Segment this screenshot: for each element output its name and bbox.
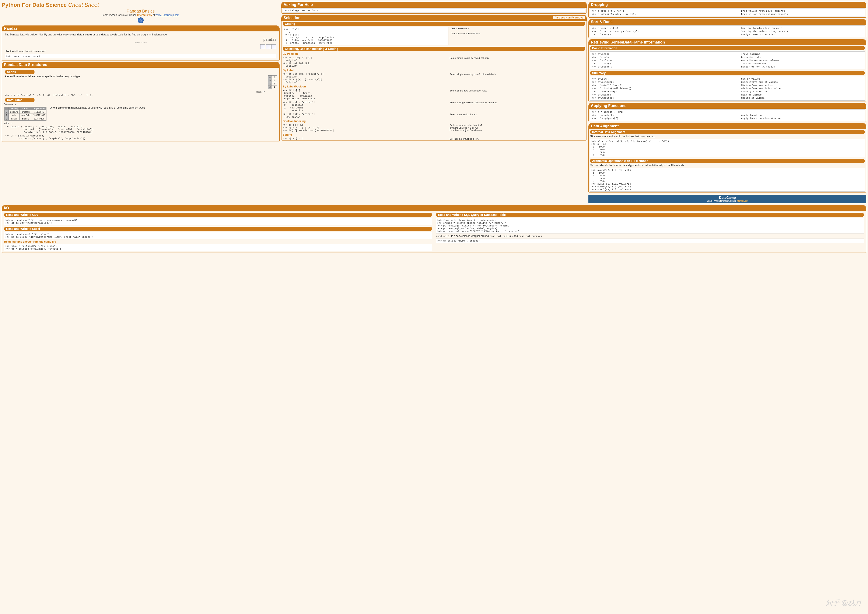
bypos-heading: By Position xyxy=(283,52,587,55)
df-data-code: >>> data = {'Country': ['Belgium', 'Indi… xyxy=(4,125,277,134)
dropping-section: Dropping >>> s.drop(['a', 'c'])Drop valu… xyxy=(588,2,866,18)
basic-info-table: >>> df.shape(rows,columns) >>> df.indexD… xyxy=(591,52,863,68)
numpy-aside: Also see NumPy Arrays xyxy=(553,16,585,19)
excel-multi-code: >>> xlsx = pd.ExcelFile('file.xls') >>> … xyxy=(4,244,432,251)
series-table: a3 b-5 c7 d4 xyxy=(268,75,277,89)
datacamp-logo-icon: ◎ xyxy=(138,17,144,23)
info-section: Retrieving Series/DataFrame Information … xyxy=(588,39,866,101)
dataframe-table: CountryCapitalPopulation 0BelgiumBrussel… xyxy=(5,107,46,121)
sparkline-icon xyxy=(260,44,276,49)
data-structures-section: Pandas Data Structures Series A one-dime… xyxy=(2,62,280,142)
apply-section: Applying Functions >>> f = lambda x: x*2… xyxy=(588,103,866,122)
csv-heading: Read and Write to CSV xyxy=(4,213,432,217)
align-heading: Data Alignment xyxy=(589,123,866,129)
arrow-right-icon: → xyxy=(10,121,13,125)
series-code: >>> s = pd.Series([3, -5, 7, 4], index=[… xyxy=(4,93,277,97)
getting-heading: Getting xyxy=(283,22,586,26)
excel-multi-heading: Read multiple sheets from the same file xyxy=(4,240,433,243)
ida-heading: Internal Data Alignment xyxy=(590,130,865,134)
pandas-heading: Pandas xyxy=(2,26,279,31)
datacamp-link[interactable]: www.DataCamp.com xyxy=(156,14,180,17)
arrow-down-icon: ↘ xyxy=(14,103,16,106)
fill-heading: Arithmetic Operations with Fill Methods xyxy=(590,159,865,163)
ida-code: >>> s3 = pd.Series([7, -2, 3], index=['a… xyxy=(590,139,865,157)
arrow-icon: ↗ xyxy=(262,90,265,93)
sbis-heading: Selecting, Boolean Indexing & Setting xyxy=(283,47,586,51)
sort-table: >>> df.sort_index()Sort by labels along … xyxy=(591,26,863,36)
dropping-heading: Dropping xyxy=(589,2,866,8)
help-code: >>> help(pd.Series.loc) xyxy=(283,8,586,13)
series-heading: Series xyxy=(5,70,34,74)
excel-code: >>> pd.read_excel('file.xlsx') >>> pd.to… xyxy=(4,232,432,239)
sql-code2: >>> df.to_sql('myDf', engine) xyxy=(436,239,864,243)
getting-code: >>> s['b'] -5 >>> df[1:] Country Capital… xyxy=(283,27,448,45)
df-ctor-code: >>> df = pd.DataFrame(data, columns=['Co… xyxy=(4,134,277,140)
header: Python For Data Science Cheat Sheet Pand… xyxy=(2,2,280,24)
io-heading: I/O xyxy=(2,205,866,211)
summary-table: >>> df.sum()Sum of values >>> df.cumsum(… xyxy=(591,77,863,100)
basic-info-heading: Basic Information xyxy=(590,46,865,50)
help-section: Asking For Help >>> help(pd.Series.loc) xyxy=(281,2,587,14)
subtitle: Pandas Basics xyxy=(2,9,280,14)
fill-code: >>> s.add(s3, fill_value=0) a 10.0 b -5.… xyxy=(590,168,865,192)
sql-heading: Read and Write to SQL Query or Database … xyxy=(436,213,864,217)
dataframe-heading: DataFrame xyxy=(5,98,34,102)
setting-heading: Setting xyxy=(283,133,587,136)
csv-code: >>> pd.read_csv('file.csv', header=None,… xyxy=(4,218,432,225)
pandas-section: Pandas The Pandas library is built on Nu… xyxy=(2,25,280,61)
io-section: I/O Read and Write to CSV >>> pd.read_cs… xyxy=(2,205,866,253)
ds-heading: Pandas Data Structures xyxy=(2,62,279,68)
bylp-heading: By Label/Position xyxy=(283,85,587,88)
sql-code: >>> from sqlalchemy import create_engine… xyxy=(436,218,864,233)
selection-heading: SelectionAlso see NumPy Arrays xyxy=(282,15,587,21)
footer: DataCamp Learn Python for Data Science I… xyxy=(588,194,866,203)
pandas-logo-icon: pandasyt = β'xt+1 + μt + εt xyxy=(5,37,276,44)
main-title: Python For Data Science xyxy=(2,2,67,8)
excel-heading: Read and Write to Excel xyxy=(4,227,432,231)
apply-heading: Applying Functions xyxy=(589,103,866,109)
dropping-table: >>> s.drop(['a', 'c'])Drop values from r… xyxy=(591,9,863,16)
import-code: >>> import pandas as pd xyxy=(5,54,276,58)
bylabel-heading: By Label xyxy=(283,68,587,72)
align-section: Data Alignment Internal Data Alignment N… xyxy=(588,123,866,193)
selection-section: SelectionAlso see NumPy Arrays Getting >… xyxy=(281,15,587,140)
subtitle-cheat: Cheat Sheet xyxy=(68,2,99,8)
learn-line: Learn Python for Data Science Interactiv… xyxy=(2,14,280,17)
help-heading: Asking For Help xyxy=(282,2,587,8)
apply-table: >>> f = lambda x: x*2 >>> df.apply(f)App… xyxy=(591,110,863,120)
footer-brand: DataCamp xyxy=(588,196,866,200)
info-heading: Retrieving Series/DataFrame Information xyxy=(589,39,866,45)
bool-heading: Boolean Indexing xyxy=(283,120,587,123)
summary-heading: Summary xyxy=(590,71,865,75)
sort-section: Sort & Rank >>> df.sort_index()Sort by l… xyxy=(588,19,866,38)
sort-heading: Sort & Rank xyxy=(589,19,866,25)
